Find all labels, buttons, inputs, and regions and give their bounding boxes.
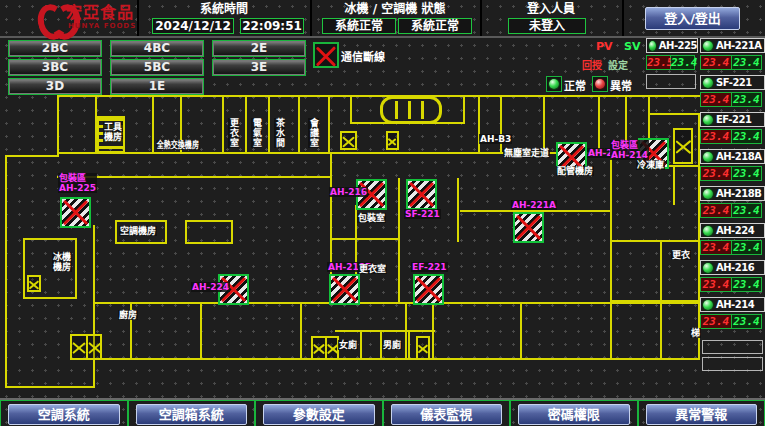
unit-plan-label: EF-221 [411, 262, 448, 272]
wall [185, 220, 187, 242]
wall [185, 242, 233, 244]
wall [698, 113, 700, 360]
room-label: 更衣室 [358, 264, 387, 274]
bottom-nav-cell: 密碼權限 [510, 400, 638, 426]
unit-plan-label: AH-221A [511, 200, 557, 210]
comm-lost-unit-ah-225[interactable] [60, 197, 91, 228]
wall [463, 95, 465, 124]
wall [23, 238, 25, 298]
wall [23, 238, 77, 240]
shaft-icon [340, 131, 357, 150]
wall [673, 165, 675, 205]
bottom-nav-bar: 空調系統空調箱系統參數設定儀表監視密碼權限異常警報 [0, 398, 765, 426]
room-label: 冷凍庫 [636, 160, 665, 170]
shaft-icon [311, 336, 339, 360]
wall [115, 220, 167, 222]
wall [398, 178, 400, 302]
wall [660, 302, 662, 358]
wall [520, 302, 522, 358]
comm-lost-unit-ah-221a[interactable] [513, 212, 544, 243]
room-label: 工具 機房 [103, 122, 123, 142]
wall [57, 176, 330, 178]
bottom-nav-cell: 參數設定 [255, 400, 383, 426]
unit-plan-label: 包裝區 AH-214 [610, 140, 649, 160]
wall [543, 95, 545, 154]
room-label: 女廁 [338, 340, 358, 350]
room-label: 廚房 [118, 310, 138, 320]
comm-lost-unit-ah-218b[interactable] [329, 274, 360, 305]
wall [500, 95, 502, 154]
room-label: 空調機房 [119, 226, 157, 236]
wall [298, 95, 300, 154]
wall [152, 95, 154, 154]
unit-plan-label: SF-221 [404, 209, 441, 219]
bottom-nav-cell: 空調系統 [0, 400, 128, 426]
wall [648, 113, 700, 115]
wall [165, 220, 167, 242]
bottom-nav-cell: 異常警報 [638, 400, 765, 426]
room-label: 男廁 [382, 340, 402, 350]
wall [610, 152, 612, 302]
shaft-icon [386, 131, 399, 150]
comm-lost-unit-ef-221[interactable] [413, 274, 444, 305]
wall [5, 386, 95, 388]
wall [231, 220, 233, 242]
wall [245, 95, 247, 154]
wall [5, 155, 7, 388]
wall [408, 330, 410, 358]
room-label: 包裝室 [357, 213, 386, 223]
room-label: 茶水間 [274, 118, 285, 148]
wall [328, 95, 330, 154]
wall [222, 95, 224, 154]
room-label: 電氣室 [251, 118, 262, 148]
wall [75, 238, 77, 298]
wall [610, 302, 612, 358]
wall [57, 95, 59, 157]
wall [610, 240, 698, 242]
nav-button-空調系統[interactable]: 空調系統 [8, 404, 120, 425]
wall [23, 297, 77, 299]
wall [115, 220, 117, 242]
shaft-icon [673, 128, 693, 164]
ahu-tank-icon [380, 96, 442, 124]
room-label: 更衣 [671, 250, 691, 260]
nav-button-儀表監視[interactable]: 儀表監視 [391, 404, 503, 425]
wall [200, 302, 202, 358]
bottom-nav-cell: 儀表監視 [383, 400, 511, 426]
room-label: 會議室 [308, 118, 319, 148]
shaft-icon [416, 336, 430, 360]
wall [185, 220, 233, 222]
wall [335, 330, 435, 332]
wall [330, 238, 400, 240]
shaft-icon [70, 334, 102, 360]
wall [457, 178, 459, 242]
nav-button-參數設定[interactable]: 參數設定 [263, 404, 375, 425]
wall [93, 358, 95, 388]
wall [350, 95, 352, 124]
floor-plan: 包裝區 AH-225AH-224AH-218BEF-221AH-216SF-22… [0, 0, 765, 426]
shaft-icon [27, 275, 41, 292]
nav-button-空調箱系統[interactable]: 空調箱系統 [136, 404, 248, 425]
hmi-screen: { "header": { "brand": "宏亞食品", "brand_su… [0, 0, 765, 426]
wall [268, 95, 270, 154]
wall [300, 302, 302, 358]
room-label: 冰機 機房 [52, 252, 72, 272]
comm-lost-unit-sf-221[interactable] [406, 179, 437, 210]
unit-plan-label: AH-224 [191, 282, 230, 292]
wall [93, 358, 700, 360]
wall [115, 242, 167, 244]
nav-button-異常警報[interactable]: 異常警報 [646, 404, 758, 425]
room-label: 無塵室走道 [503, 148, 550, 158]
room-label: 更衣室 [228, 118, 239, 148]
nav-button-密碼權限[interactable]: 密碼權限 [518, 404, 630, 425]
wall [360, 330, 362, 358]
room-label: 配管機房 [556, 166, 594, 176]
room-label: 梯 [690, 328, 701, 338]
wall [5, 155, 59, 157]
wall [660, 240, 662, 300]
wall [478, 95, 480, 154]
room-label: AH-B3 [479, 134, 512, 144]
wall [598, 95, 600, 154]
unit-plan-label: AH-216 [329, 187, 368, 197]
bottom-nav-cell: 空調箱系統 [128, 400, 256, 426]
